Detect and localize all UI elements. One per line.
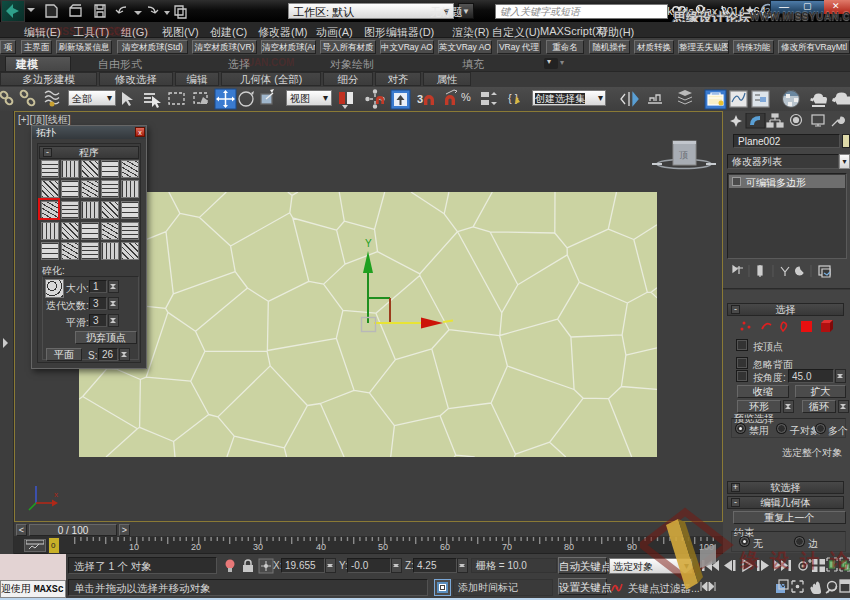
svg-text:10: 10 — [129, 542, 139, 552]
svg-text:80: 80 — [564, 542, 574, 552]
svg-text:%: % — [461, 91, 471, 103]
svg-text:50: 50 — [378, 542, 388, 552]
svg-text:30: 30 — [253, 542, 263, 552]
svg-text:40: 40 — [316, 542, 326, 552]
svg-text:x: x — [54, 490, 58, 499]
svg-text:90: 90 — [627, 542, 637, 552]
svg-text:3: 3 — [417, 93, 423, 105]
svg-text:缘设计论坛: 缘设计论坛 — [739, 550, 850, 571]
svg-text:Y: Y — [365, 238, 372, 249]
svg-text:60: 60 — [440, 542, 450, 552]
svg-text:顶: 顶 — [679, 150, 688, 160]
svg-text:70: 70 — [502, 542, 512, 552]
svg-text:20: 20 — [191, 542, 201, 552]
